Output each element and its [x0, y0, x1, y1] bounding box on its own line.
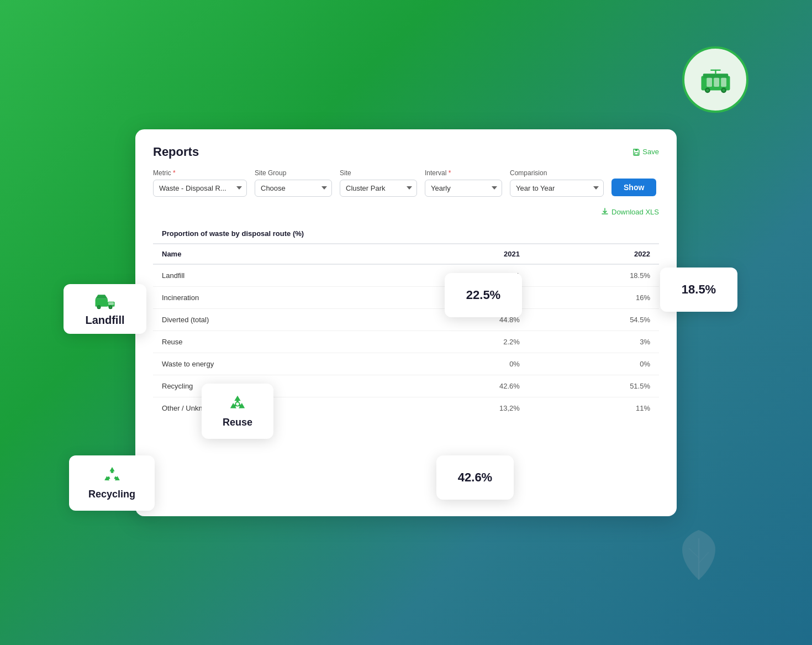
table-row: Waste to energy 0% 0% [153, 353, 659, 375]
row-name: Landfill [153, 264, 398, 287]
svg-point-22 [236, 402, 239, 405]
save-button[interactable]: Save [632, 148, 659, 156]
comparison-filter-group: Comparision Year to Year Month to Month [510, 169, 604, 197]
svg-point-17 [98, 306, 100, 308]
row-val-2022: 18.5% [529, 264, 659, 287]
save-icon [632, 148, 640, 156]
sitegroup-select[interactable]: Choose [255, 180, 332, 197]
panel-title: Reports [153, 145, 199, 159]
row-val-2022: 11% [529, 397, 659, 419]
dumpster-icon-circle [682, 46, 748, 113]
download-xls-link[interactable]: Download XLS [601, 208, 659, 216]
table-row: Reuse 2.2% 3% [153, 331, 659, 353]
landfill-2022-float-card: 18.5% [660, 268, 737, 312]
row-val-2021: 2.2% [398, 331, 529, 353]
recycling-icon [102, 465, 123, 486]
site-filter-group: Site Cluster Park [340, 169, 417, 197]
site-label: Site [340, 169, 417, 177]
svg-rect-3 [714, 78, 719, 87]
landfill-float-card: Landfill [64, 284, 146, 334]
row-val-2021: 42.6% [398, 375, 529, 397]
reuse-icon [227, 394, 248, 415]
download-icon [601, 208, 609, 216]
dumpster-icon [698, 64, 734, 95]
row-val-2022: 54.5% [529, 308, 659, 331]
panel-header: Reports Save [153, 145, 659, 159]
table-row: Incineration 19.5% 16% [153, 286, 659, 308]
row-name: Reuse [153, 331, 398, 353]
site-select[interactable]: Cluster Park [340, 180, 417, 197]
svg-rect-2 [706, 78, 712, 87]
reuse-float-card: Reuse [202, 384, 273, 439]
row-name: Waste to energy [153, 353, 398, 375]
svg-rect-11 [635, 153, 638, 155]
show-button[interactable]: Show [611, 179, 656, 196]
table-title: Proportion of waste by disposal route (%… [153, 224, 659, 244]
svg-rect-15 [108, 302, 114, 305]
svg-point-19 [109, 306, 112, 308]
svg-point-6 [706, 89, 709, 92]
interval-label: Interval * [425, 169, 502, 177]
row-name: Diverted (total) [153, 308, 398, 331]
download-row: Download XLS [153, 208, 659, 216]
svg-marker-20 [96, 295, 108, 299]
row-name: Incineration [153, 286, 398, 308]
metric-select[interactable]: Waste - Disposal R... [153, 180, 247, 197]
recycling-2021-float-card: 42.6% [436, 455, 514, 500]
sitegroup-filter-group: Site Group Choose [255, 169, 332, 197]
row-name: Other / Unknown [153, 397, 398, 419]
col-header-2021: 2021 [398, 244, 529, 264]
svg-rect-13 [96, 298, 108, 306]
table-row: Diverted (total) 44.8% 54.5% [153, 308, 659, 331]
reports-panel: Reports Save Metric * Waste - Disposal R… [135, 129, 677, 516]
landfill-2021-float-card: 22.5% [445, 273, 522, 317]
svg-point-8 [722, 89, 725, 92]
row-val-2022: 51.5% [529, 375, 659, 397]
col-header-2022: 2022 [529, 244, 659, 264]
row-val-2022: 0% [529, 353, 659, 375]
comparison-select[interactable]: Year to Year Month to Month [510, 180, 604, 197]
metric-filter-group: Metric * Waste - Disposal R... [153, 169, 247, 197]
metric-label: Metric * [153, 169, 247, 177]
row-val-2022: 16% [529, 286, 659, 308]
leaf-decoration [677, 527, 721, 583]
col-header-name: Name [153, 244, 398, 264]
recycling-float-card: Recycling [69, 455, 155, 511]
svg-rect-4 [721, 78, 726, 87]
row-name: Recycling [153, 375, 398, 397]
filter-row: Metric * Waste - Disposal R... Site Grou… [153, 169, 659, 197]
svg-rect-12 [635, 149, 637, 151]
row-val-2022: 3% [529, 331, 659, 353]
sitegroup-label: Site Group [255, 169, 332, 177]
table-row: Landfill 22.5% 18.5% [153, 264, 659, 287]
comparison-label: Comparision [510, 169, 604, 177]
row-val-2021: 13,2% [398, 397, 529, 419]
interval-filter-group: Interval * Yearly Monthly Weekly [425, 169, 502, 197]
truck-icon [94, 291, 116, 311]
interval-select[interactable]: Yearly Monthly Weekly [425, 180, 502, 197]
row-val-2021: 0% [398, 353, 529, 375]
